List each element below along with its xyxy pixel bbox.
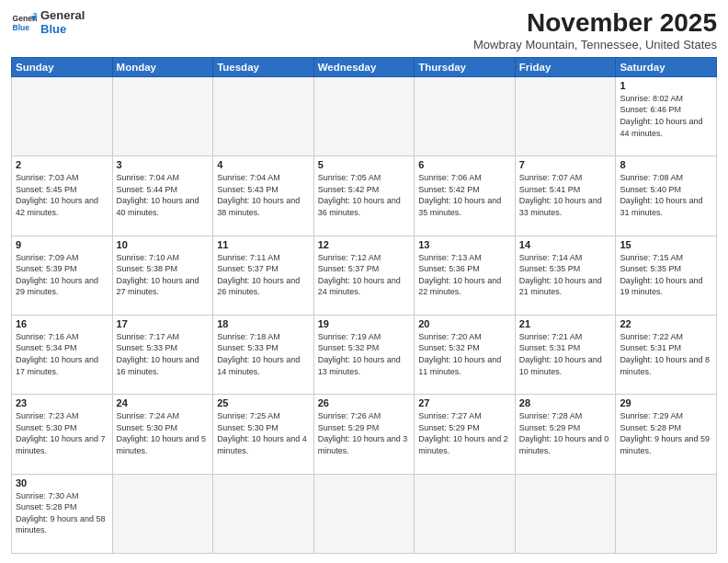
svg-text:Blue: Blue	[13, 23, 30, 32]
calendar-cell: 9Sunrise: 7:09 AM Sunset: 5:39 PM Daylig…	[12, 236, 113, 315]
day-number: 6	[418, 159, 511, 170]
day-number: 8	[620, 159, 712, 170]
day-info: Sunrise: 7:13 AM Sunset: 5:36 PM Dayligh…	[418, 252, 511, 298]
day-number: 26	[318, 397, 411, 408]
calendar-header: SundayMondayTuesdayWednesdayThursdayFrid…	[12, 57, 717, 76]
calendar-cell: 26Sunrise: 7:26 AM Sunset: 5:29 PM Dayli…	[313, 395, 415, 474]
weekday-header-friday: Friday	[515, 57, 616, 76]
day-info: Sunrise: 7:23 AM Sunset: 5:30 PM Dayligh…	[16, 410, 108, 456]
calendar-cell: 3Sunrise: 7:04 AM Sunset: 5:44 PM Daylig…	[112, 156, 213, 236]
day-number: 12	[318, 239, 411, 250]
day-info: Sunrise: 7:07 AM Sunset: 5:41 PM Dayligh…	[519, 172, 612, 218]
day-info: Sunrise: 7:14 AM Sunset: 5:35 PM Dayligh…	[519, 252, 612, 298]
day-info: Sunrise: 7:26 AM Sunset: 5:29 PM Dayligh…	[318, 410, 411, 456]
calendar-week-1: 1Sunrise: 8:02 AM Sunset: 6:46 PM Daylig…	[12, 76, 717, 155]
logo-general-text: General	[40, 9, 85, 23]
day-number: 22	[620, 318, 712, 329]
calendar-cell	[515, 76, 616, 155]
calendar-cell	[313, 76, 415, 155]
calendar-table: SundayMondayTuesdayWednesdayThursdayFrid…	[11, 57, 717, 554]
day-number: 25	[217, 397, 310, 408]
calendar-cell: 27Sunrise: 7:27 AM Sunset: 5:29 PM Dayli…	[415, 395, 516, 474]
day-info: Sunrise: 7:29 AM Sunset: 5:28 PM Dayligh…	[620, 410, 712, 456]
calendar-cell: 15Sunrise: 7:15 AM Sunset: 5:35 PM Dayli…	[616, 236, 717, 315]
day-number: 15	[620, 239, 712, 250]
day-number: 28	[519, 397, 612, 408]
calendar-week-3: 9Sunrise: 7:09 AM Sunset: 5:39 PM Daylig…	[12, 236, 717, 315]
day-number: 27	[418, 397, 511, 408]
weekday-header-wednesday: Wednesday	[313, 57, 415, 76]
day-info: Sunrise: 7:27 AM Sunset: 5:29 PM Dayligh…	[418, 410, 511, 456]
calendar-cell: 25Sunrise: 7:25 AM Sunset: 5:30 PM Dayli…	[213, 395, 314, 474]
day-info: Sunrise: 7:05 AM Sunset: 5:42 PM Dayligh…	[318, 172, 411, 218]
calendar-cell	[112, 474, 213, 553]
calendar-cell	[415, 474, 516, 553]
calendar-cell: 23Sunrise: 7:23 AM Sunset: 5:30 PM Dayli…	[12, 395, 113, 474]
day-number: 13	[418, 239, 511, 250]
calendar-cell: 24Sunrise: 7:24 AM Sunset: 5:30 PM Dayli…	[112, 395, 213, 474]
day-number: 1	[620, 80, 712, 91]
logo-blue-text: Blue	[40, 23, 85, 37]
calendar-cell	[112, 76, 213, 155]
day-number: 7	[519, 159, 612, 170]
day-number: 30	[16, 477, 108, 488]
day-number: 5	[318, 159, 411, 170]
day-info: Sunrise: 7:15 AM Sunset: 5:35 PM Dayligh…	[620, 252, 712, 298]
calendar-cell	[415, 76, 516, 155]
day-info: Sunrise: 7:17 AM Sunset: 5:33 PM Dayligh…	[117, 331, 210, 377]
calendar-cell: 7Sunrise: 7:07 AM Sunset: 5:41 PM Daylig…	[515, 156, 616, 236]
calendar-cell: 21Sunrise: 7:21 AM Sunset: 5:31 PM Dayli…	[515, 315, 616, 394]
title-block: November 2025 Mowbray Mountain, Tennesse…	[473, 9, 717, 52]
day-info: Sunrise: 7:03 AM Sunset: 5:45 PM Dayligh…	[16, 172, 108, 218]
calendar-cell	[213, 76, 314, 155]
calendar-body: 1Sunrise: 8:02 AM Sunset: 6:46 PM Daylig…	[12, 76, 717, 553]
calendar-cell: 16Sunrise: 7:16 AM Sunset: 5:34 PM Dayli…	[12, 315, 113, 394]
weekday-header-saturday: Saturday	[616, 57, 717, 76]
calendar-cell	[213, 474, 314, 553]
day-info: Sunrise: 7:18 AM Sunset: 5:33 PM Dayligh…	[217, 331, 310, 377]
day-info: Sunrise: 7:24 AM Sunset: 5:30 PM Dayligh…	[117, 410, 210, 456]
calendar-cell: 10Sunrise: 7:10 AM Sunset: 5:38 PM Dayli…	[112, 236, 213, 315]
calendar-cell: 12Sunrise: 7:12 AM Sunset: 5:37 PM Dayli…	[313, 236, 415, 315]
calendar-cell: 17Sunrise: 7:17 AM Sunset: 5:33 PM Dayli…	[112, 315, 213, 394]
calendar-cell: 8Sunrise: 7:08 AM Sunset: 5:40 PM Daylig…	[616, 156, 717, 236]
calendar-cell: 28Sunrise: 7:28 AM Sunset: 5:29 PM Dayli…	[515, 395, 616, 474]
day-number: 17	[117, 318, 210, 329]
day-number: 16	[16, 318, 108, 329]
day-number: 29	[620, 397, 712, 408]
logo: General Blue General Blue	[11, 9, 85, 37]
calendar-cell	[12, 76, 113, 155]
generalblue-logo-icon: General Blue	[11, 10, 37, 36]
day-number: 4	[217, 159, 310, 170]
calendar-cell: 11Sunrise: 7:11 AM Sunset: 5:37 PM Dayli…	[213, 236, 314, 315]
calendar-cell: 30Sunrise: 7:30 AM Sunset: 5:28 PM Dayli…	[12, 474, 113, 553]
day-info: Sunrise: 7:19 AM Sunset: 5:32 PM Dayligh…	[318, 331, 411, 377]
day-info: Sunrise: 7:06 AM Sunset: 5:42 PM Dayligh…	[418, 172, 511, 218]
calendar-week-4: 16Sunrise: 7:16 AM Sunset: 5:34 PM Dayli…	[12, 315, 717, 394]
day-number: 24	[117, 397, 210, 408]
day-info: Sunrise: 7:28 AM Sunset: 5:29 PM Dayligh…	[519, 410, 612, 456]
day-info: Sunrise: 8:02 AM Sunset: 6:46 PM Dayligh…	[620, 93, 712, 139]
calendar-cell: 2Sunrise: 7:03 AM Sunset: 5:45 PM Daylig…	[12, 156, 113, 236]
calendar-week-6: 30Sunrise: 7:30 AM Sunset: 5:28 PM Dayli…	[12, 474, 717, 553]
calendar-cell: 18Sunrise: 7:18 AM Sunset: 5:33 PM Dayli…	[213, 315, 314, 394]
calendar-cell	[313, 474, 415, 553]
calendar-cell: 5Sunrise: 7:05 AM Sunset: 5:42 PM Daylig…	[313, 156, 415, 236]
day-number: 19	[318, 318, 411, 329]
day-number: 11	[217, 239, 310, 250]
day-info: Sunrise: 7:21 AM Sunset: 5:31 PM Dayligh…	[519, 331, 612, 377]
calendar-week-2: 2Sunrise: 7:03 AM Sunset: 5:45 PM Daylig…	[12, 156, 717, 236]
day-info: Sunrise: 7:22 AM Sunset: 5:31 PM Dayligh…	[620, 331, 712, 377]
day-info: Sunrise: 7:08 AM Sunset: 5:40 PM Dayligh…	[620, 172, 712, 218]
weekday-header-sunday: Sunday	[12, 57, 113, 76]
calendar-cell: 29Sunrise: 7:29 AM Sunset: 5:28 PM Dayli…	[616, 395, 717, 474]
weekday-header-thursday: Thursday	[415, 57, 516, 76]
day-info: Sunrise: 7:04 AM Sunset: 5:43 PM Dayligh…	[217, 172, 310, 218]
calendar-cell	[515, 474, 616, 553]
day-number: 14	[519, 239, 612, 250]
header: General Blue General Blue November 2025 …	[11, 9, 717, 52]
day-number: 9	[16, 239, 108, 250]
calendar-cell: 19Sunrise: 7:19 AM Sunset: 5:32 PM Dayli…	[313, 315, 415, 394]
weekday-row: SundayMondayTuesdayWednesdayThursdayFrid…	[12, 57, 717, 76]
page: General Blue General Blue November 2025 …	[0, 0, 728, 563]
